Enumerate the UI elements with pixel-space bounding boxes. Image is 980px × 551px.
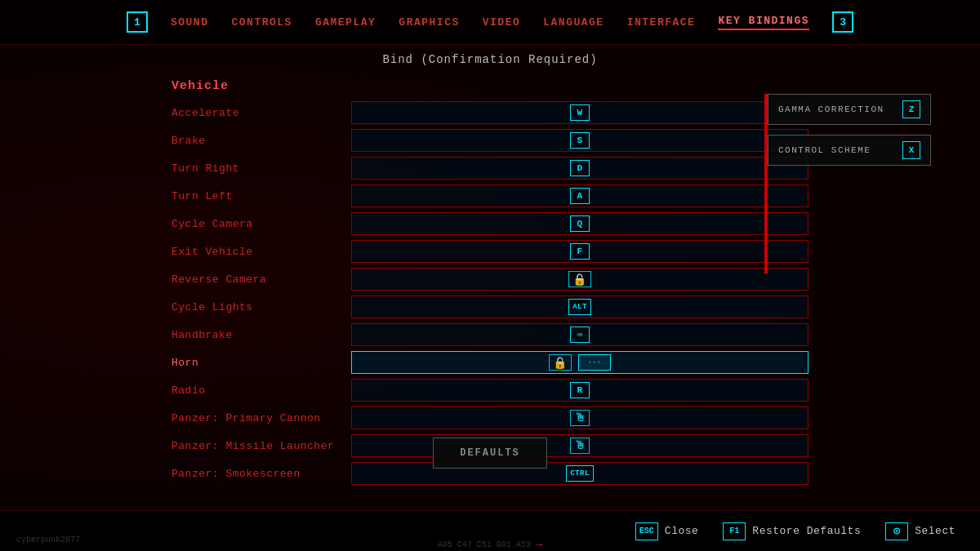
binding-label-turn-left: Turn Left [172, 190, 351, 202]
key-badge-turn-left: A [570, 188, 590, 204]
key-box-radio[interactable]: R [351, 379, 808, 402]
bottom-bar: cyberpunk2077 A05 C47 C51 G81 A53 → ESC … [0, 510, 980, 551]
key-box-reverse-camera[interactable]: 🔒 [351, 268, 808, 291]
key-badge-panzer-missile: 🖱 [570, 438, 590, 454]
binding-label-panzer-missile: Panzer: Missile Launcher [172, 440, 351, 452]
key-badge-accelerate: W [570, 104, 590, 121]
nav-graphics[interactable]: GRAPHICS [399, 16, 459, 29]
binding-label-turn-right: Turn Right [172, 162, 351, 175]
key-badge-cycle-camera: Q [570, 216, 590, 232]
main-content: Bind (Confirmation Required) Vehicle Acc… [0, 45, 980, 547]
binding-handbrake[interactable]: Handbrake ⌨ [172, 322, 808, 348]
control-scheme-key: X [902, 141, 920, 159]
binding-label-accelerate: Accelerate [172, 107, 351, 119]
key-badge-handbrake: ⌨ [570, 327, 590, 343]
center-panel: Bind (Confirmation Required) Vehicle Acc… [172, 53, 808, 539]
top-nav: 1 SOUND CONTROLS GAMEPLAY GRAPHICS VIDEO… [0, 0, 980, 45]
right-bracket: 3 [832, 11, 853, 33]
key-badge-panzer-smoke: CTRL [566, 465, 594, 482]
key-box-handbrake[interactable]: ⌨ [351, 323, 808, 346]
key-box-cycle-camera[interactable]: Q [351, 212, 808, 235]
binding-label-handbrake: Handbrake [172, 329, 351, 341]
binding-exit-vehicle[interactable]: Exit Vehicle F [172, 238, 808, 264]
binding-reverse-camera[interactable]: Reverse Camera 🔒 [172, 266, 808, 292]
key-box-exit-vehicle[interactable]: F [351, 240, 808, 263]
binding-label-reverse-camera: Reverse Camera [172, 273, 351, 286]
section-title: Vehicle [172, 79, 808, 93]
nav-interface[interactable]: INTERFACE [627, 16, 696, 29]
bottom-left-text: cyberpunk2077 [16, 535, 80, 544]
binding-label-brake: Brake [172, 135, 351, 147]
key-box-brake[interactable]: S [351, 129, 808, 152]
right-panel: GAMMA CORRECTION Z CONTROL SCHEME X [768, 94, 931, 166]
defaults-button[interactable]: DEFAULTS [433, 438, 547, 469]
binding-horn[interactable]: Horn 🔒 ··· [172, 349, 808, 375]
binding-panzer-cannon[interactable]: Panzer: Primary Cannon 🖱 [172, 405, 808, 431]
key-badge-horn-primary: 🔒 [549, 354, 572, 371]
binding-cycle-camera[interactable]: Cycle Camera Q [172, 211, 808, 237]
control-scheme-btn[interactable]: CONTROL SCHEME X [768, 135, 931, 166]
nav-sound[interactable]: SOUND [171, 16, 209, 29]
key-badge-turn-right: D [570, 160, 590, 176]
binding-label-panzer-cannon: Panzer: Primary Cannon [172, 412, 351, 424]
nav-controls[interactable]: CONTROLS [231, 16, 292, 29]
gamma-correction-key: Z [902, 100, 920, 118]
binding-radio[interactable]: Radio R [172, 377, 808, 403]
key-box-panzer-missile[interactable]: 🖱 [351, 434, 808, 457]
binding-accelerate[interactable]: Accelerate W [172, 100, 808, 126]
key-box-turn-left[interactable]: A [351, 184, 808, 207]
key-box-cycle-lights[interactable]: ALT [351, 295, 808, 318]
binding-label-exit-vehicle: Exit Vehicle [172, 246, 351, 258]
bottom-coords: A05 C47 C51 G81 A53 → [438, 538, 542, 551]
binding-label-cycle-camera: Cycle Camera [172, 218, 351, 230]
control-scheme-label: CONTROL SCHEME [778, 145, 871, 155]
nav-gameplay[interactable]: GAMEPLAY [315, 16, 376, 29]
binding-cycle-lights[interactable]: Cycle Lights ALT [172, 294, 808, 320]
key-badge-brake: S [570, 132, 590, 149]
binding-label-radio: Radio [172, 384, 351, 397]
binding-label-cycle-lights: Cycle Lights [172, 301, 351, 313]
bottom-restore[interactable]: F1 Restore Defaults [723, 522, 861, 540]
arrow-icon: → [536, 538, 542, 551]
key-badge-cycle-lights: ALT [568, 299, 591, 315]
binding-label-horn: Horn [172, 357, 351, 369]
binding-brake[interactable]: Brake S [172, 127, 808, 153]
gamma-correction-label: GAMMA CORRECTION [778, 104, 884, 114]
bottom-select[interactable]: ⊙ Select [885, 522, 956, 540]
esc-key: ESC [635, 522, 658, 540]
key-box-accelerate[interactable]: W [351, 101, 808, 124]
nav-video[interactable]: VIDEO [483, 16, 521, 29]
binding-turn-right[interactable]: Turn Right D [172, 155, 808, 181]
nav-keybindings[interactable]: KEY BINDINGS [718, 15, 809, 30]
key-box-turn-right[interactable]: D [351, 157, 808, 180]
key-badge-reverse-camera: 🔒 [568, 271, 591, 287]
restore-label: Restore Defaults [752, 525, 861, 537]
left-bracket: 1 [127, 11, 148, 33]
close-label: Close [665, 525, 699, 537]
key-box-panzer-cannon[interactable]: 🖱 [351, 407, 808, 429]
binding-turn-left[interactable]: Turn Left A [172, 183, 808, 209]
binding-label-panzer-smoke: Panzer: Smokescreen [172, 468, 351, 480]
red-bar [764, 94, 768, 273]
bind-title: Bind (Confirmation Required) [172, 53, 808, 66]
key-box-horn[interactable]: 🔒 ··· [351, 351, 808, 374]
key-box-panzer-smoke[interactable]: CTRL [351, 462, 808, 485]
binding-list: Accelerate W Brake S Turn Right D [172, 100, 808, 487]
key-badge-horn-secondary: ··· [578, 354, 611, 371]
f1-key: F1 [723, 522, 746, 540]
key-badge-exit-vehicle: F [570, 243, 590, 260]
nav-language[interactable]: LANGUAGE [543, 16, 604, 29]
key-badge-panzer-cannon: 🖱 [570, 410, 590, 426]
select-label: Select [915, 525, 956, 537]
select-key: ⊙ [885, 522, 908, 540]
key-badge-radio: R [570, 382, 590, 398]
bottom-close[interactable]: ESC Close [635, 522, 699, 540]
gamma-correction-btn[interactable]: GAMMA CORRECTION Z [768, 94, 931, 125]
